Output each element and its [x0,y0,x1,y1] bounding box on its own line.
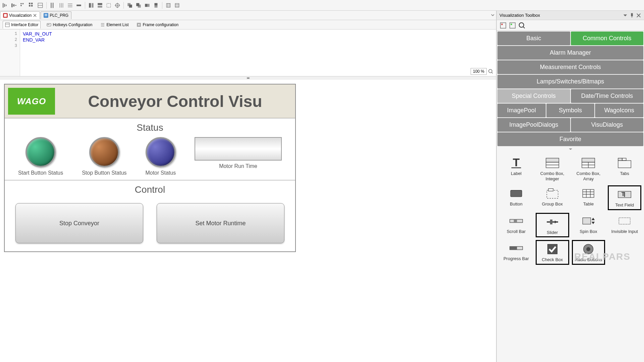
cat-basic[interactable]: Basic [497,32,570,45]
hotkeys-icon [47,22,51,27]
stop-button-lamp [89,137,119,167]
subtab-element-list[interactable]: Element List [98,21,130,28]
elem-groupbox[interactable]: Group Box [536,185,569,210]
toolbox-title: Visualization Toolbox [499,13,540,18]
tab-visualization[interactable]: Visualization [0,11,40,19]
subtab-frame-config[interactable]: Frame configuration [135,21,180,28]
status-section-title: Status [9,122,291,133]
svg-rect-39 [155,5,158,8]
svg-rect-40 [166,3,170,7]
svg-rect-36 [145,4,147,7]
elem-button[interactable]: Button [499,185,533,210]
frame-icon [137,22,141,27]
category-collapse[interactable] [497,147,644,151]
toolbar-btn-6[interactable] [49,1,57,9]
visualization-canvas[interactable]: WAGO Conveyor Control Visu Status Start … [0,80,496,362]
cat-favorite[interactable]: Favorite [497,132,643,146]
stop-conveyor-button[interactable]: Stop Conveyor [15,203,143,243]
cat-symbols[interactable]: Symbols [546,104,595,117]
zoom-icon[interactable] [488,69,493,74]
svg-point-63 [489,69,492,73]
pin-icon[interactable] [629,13,635,18]
elem-combo-integer[interactable]: Combo Box, Integer [536,155,569,183]
svg-rect-51 [45,14,47,15]
cat-special[interactable]: Special Controls [497,89,570,103]
cat-imagepooldialogs[interactable]: ImagePoolDialogs [497,118,570,132]
zoom-value: 100 % [471,68,487,75]
close-icon[interactable] [33,13,37,17]
svg-rect-43 [175,3,179,7]
tab-label: PLC_PRG [50,13,68,18]
cat-common-controls[interactable]: Common Controls [571,32,644,45]
elem-label[interactable]: T Label [499,155,533,183]
tool-icon-2[interactable] [509,22,516,29]
runtime-label: Motor Run Time [219,163,257,169]
control-section-title: Control [9,184,291,195]
tool-icon-1[interactable] [499,22,507,29]
svg-rect-84 [618,161,631,168]
subtab-hotkeys[interactable]: Hotkeys Configuration [45,21,94,28]
elem-spinbox[interactable]: Spin Box [572,213,605,238]
cat-visudialogs[interactable]: VisuDialogs [571,118,644,132]
splitter-handle[interactable] [0,76,496,80]
toolbar-btn-16[interactable] [143,1,151,9]
code-content[interactable]: VAR_IN_OUT END_VAR [20,29,496,76]
tab-plc-prg[interactable]: PLC_PRG [41,11,71,19]
svg-rect-89 [548,189,553,191]
zoom-control[interactable]: 100 % [471,68,493,75]
svg-rect-27 [98,6,102,8]
cat-wagoicons[interactable]: WagoIcons [595,104,643,117]
elem-checkbox[interactable]: Check Box [536,240,569,265]
svg-rect-5 [15,5,16,5]
toolbar-btn-5[interactable] [36,1,44,9]
toolbar-btn-14[interactable] [126,1,134,9]
toolbar-btn-3[interactable] [19,1,27,9]
svg-rect-62 [138,24,140,26]
cat-alarm-manager[interactable]: Alarm Manager [497,46,643,60]
toolbar-btn-2[interactable] [10,1,18,9]
toolbar-btn-10[interactable] [87,1,95,9]
svg-rect-47 [4,14,7,17]
toolbar-btn-1[interactable] [1,1,9,9]
svg-rect-9 [29,3,31,4]
tabs-dropdown[interactable] [491,12,495,18]
elem-combo-array[interactable]: Combo Box, Array [572,155,605,183]
toolbar-btn-15[interactable] [135,1,143,9]
cat-lamps[interactable]: Lamps/Switches/Bitmaps [497,75,643,88]
cat-imagepool[interactable]: ImagePool [497,104,546,117]
code-editor[interactable]: 123 VAR_IN_OUT END_VAR 100 % [0,29,496,76]
svg-rect-3 [11,3,12,7]
set-motor-runtime-button[interactable]: Set Motor Runtime [157,203,284,243]
tool-icon-3[interactable] [518,22,526,29]
svg-rect-106 [547,244,557,254]
toolbar-btn-8[interactable] [66,1,74,9]
close-icon[interactable] [636,13,641,18]
elem-scrollbar[interactable]: Scroll Bar [499,213,533,238]
toolbar-btn-13[interactable] [113,1,121,9]
svg-rect-10 [31,3,33,4]
toolbar-btn-18[interactable] [164,1,172,9]
toolbar-btn-9[interactable] [75,1,83,9]
toolbar-btn-11[interactable] [96,1,104,9]
toolbar-btn-4[interactable] [28,1,36,9]
main-toolbar [0,0,644,11]
toolbar-btn-19[interactable] [173,1,181,9]
elem-slider[interactable]: Slider [536,213,569,238]
toolbar-btn-17[interactable] [152,1,160,9]
svg-point-108 [586,247,590,251]
elem-radiobuttons[interactable]: Radio Buttons [572,240,605,265]
elem-progressbar[interactable]: Progress Bar [499,240,533,265]
toolbar-btn-7[interactable] [57,1,65,9]
elem-invisible-input[interactable]: Invisible Input [608,213,641,238]
elem-tabs[interactable]: Tabs [608,155,641,183]
subtab-interface-editor[interactable]: Interface Editor [3,21,41,28]
editor-subtabs: Interface Editor Hotkeys Configuration E… [0,20,496,29]
svg-rect-12 [31,5,33,6]
cat-datetime[interactable]: Date/Time Controls [571,89,644,103]
minimize-icon[interactable] [623,13,628,18]
toolbar-btn-12[interactable] [105,1,113,9]
elem-table[interactable]: Table [572,185,605,210]
svg-rect-86 [622,158,626,161]
cat-measurement[interactable]: Measurement Controls [497,60,643,74]
elem-textfield[interactable]: T Text Field [608,185,641,210]
